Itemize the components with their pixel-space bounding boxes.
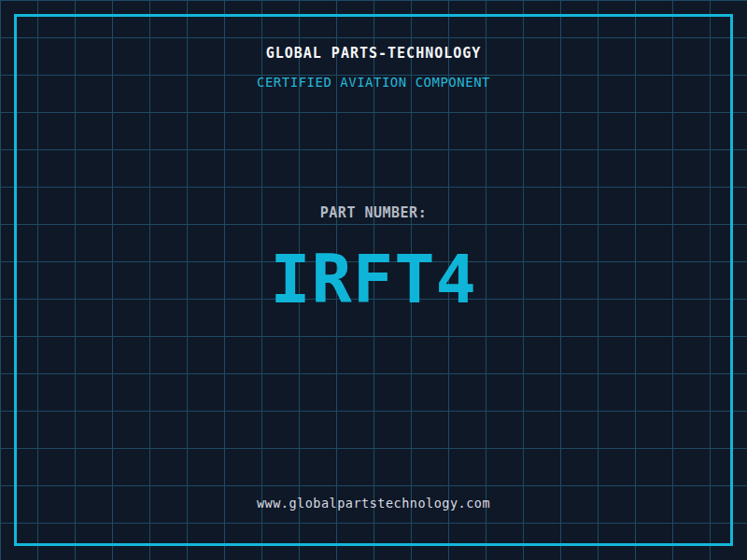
part-label-page: { "header": { "company_name": "GLOBAL PA… (0, 0, 747, 560)
company-name: GLOBAL PARTS-TECHNOLOGY (0, 43, 747, 63)
part-number-label: PART NUMBER: (0, 203, 747, 222)
certification-tagline: CERTIFIED AVIATION COMPONENT (0, 73, 747, 91)
website-url: www.globalpartstechnology.com (0, 494, 747, 512)
part-number-value: IRFT4 (0, 241, 747, 317)
